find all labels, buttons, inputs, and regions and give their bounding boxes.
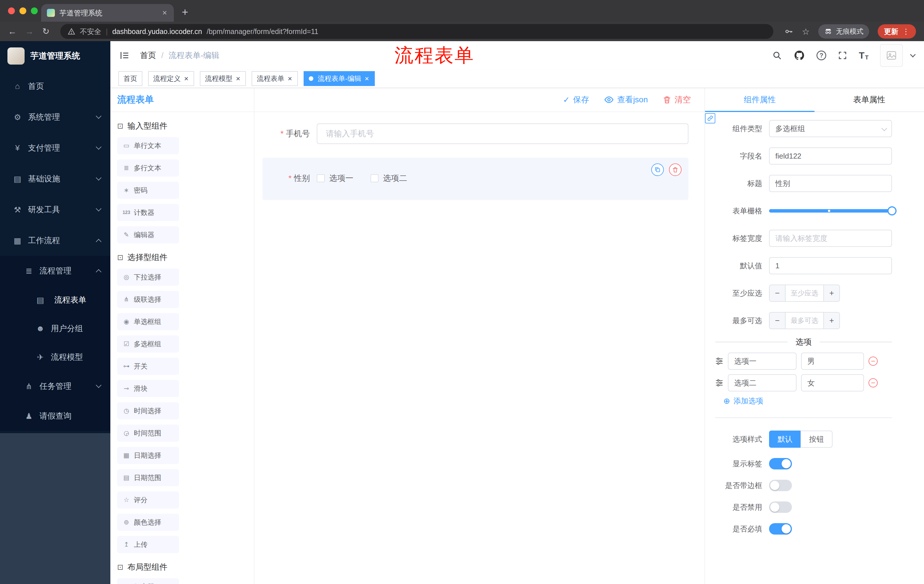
tag-3[interactable]: 流程表单× (252, 71, 298, 86)
help-icon[interactable]: ? (817, 51, 826, 60)
component-switch[interactable]: ⊶开关 (117, 358, 179, 375)
checkbox-box-icon[interactable] (317, 174, 325, 182)
sidebar-item-8[interactable]: ☻用户分组 (0, 314, 111, 343)
toggle-switch[interactable] (769, 502, 792, 513)
label-width-input[interactable] (769, 230, 892, 247)
tag-close-icon[interactable]: × (183, 75, 189, 82)
component-select[interactable]: ◎下拉选择 (117, 268, 179, 286)
style-button-button[interactable]: 按钮 (800, 431, 833, 448)
grid-slider[interactable] (769, 202, 892, 219)
browser-update-button[interactable]: 更新 ⋮ (878, 24, 916, 39)
field-name-input[interactable] (769, 147, 892, 165)
clear-button[interactable]: 清空 (663, 94, 691, 105)
field-phone[interactable]: 手机号 (262, 123, 688, 144)
toggle-switch[interactable] (769, 480, 792, 491)
component-radio-group[interactable]: ◉单选框组 (117, 313, 179, 330)
font-size-icon[interactable]: TT (859, 50, 868, 61)
security-label[interactable]: 不安全 (80, 27, 101, 36)
checkbox-box-icon[interactable] (371, 174, 378, 182)
sidebar-logo[interactable]: 芋道管理系统 (0, 41, 111, 71)
tab-close-icon[interactable]: × (161, 8, 168, 17)
component-single-text[interactable]: ▭单行文本 (117, 137, 179, 154)
sidebar-item-9[interactable]: ✈流程模型 (0, 343, 111, 372)
sidebar-item-2[interactable]: ¥支付管理 (0, 133, 111, 163)
github-icon[interactable] (794, 50, 805, 61)
forward-icon[interactable]: → (25, 27, 34, 36)
minimize-window-button[interactable] (20, 7, 26, 14)
component-time[interactable]: ◷时间选择 (117, 402, 179, 419)
reload-icon[interactable]: ↻ (42, 27, 50, 36)
tag-close-icon[interactable]: × (287, 75, 292, 82)
search-icon[interactable] (772, 50, 782, 61)
title-input[interactable] (769, 175, 892, 192)
avatar[interactable] (880, 44, 903, 67)
add-option-button[interactable]: ⊕ 添加选项 (723, 396, 892, 406)
toggle-switch[interactable] (769, 523, 792, 535)
tag-close-icon[interactable]: × (364, 75, 370, 82)
component-password[interactable]: ∗密码 (117, 182, 179, 199)
tag-0[interactable]: 首页 (118, 71, 142, 86)
sidebar-item-1[interactable]: ⚙系统管理 (0, 102, 111, 133)
key-icon[interactable] (784, 27, 794, 36)
copy-field-button[interactable] (651, 163, 664, 176)
avatar-caret-icon[interactable] (910, 52, 916, 58)
drag-handle-icon[interactable] (715, 379, 723, 387)
component-multi-text[interactable]: ≣多行文本 (117, 160, 179, 176)
sidebar-item-5[interactable]: ▦工作流程 (0, 225, 111, 256)
remove-option-icon[interactable]: − (868, 357, 878, 366)
back-icon[interactable]: ← (8, 27, 16, 36)
component-date-range[interactable]: ▤日期范围 (117, 469, 179, 486)
maximize-window-button[interactable] (31, 7, 38, 14)
component-time-range[interactable]: ◶时间范围 (117, 424, 179, 442)
new-tab-button[interactable]: + (182, 6, 188, 18)
sidebar-item-0[interactable]: ⌂首页 (0, 71, 111, 102)
canvas-checkbox-0[interactable]: 选项一 (317, 173, 353, 184)
component-checkbox-group[interactable]: ☑多选框组 (117, 336, 179, 352)
style-default-button[interactable]: 默认 (769, 431, 800, 448)
component-row-container[interactable]: ▣行容器 (117, 578, 179, 584)
component-date[interactable]: ▦日期选择 (117, 447, 179, 464)
sidebar-item-7[interactable]: ▤流程表单 (0, 286, 111, 314)
tab-component-props[interactable]: 组件属性 (705, 88, 815, 112)
view-json-button[interactable]: 查看json (604, 94, 648, 105)
bookmark-star-icon[interactable]: ☆ (802, 26, 810, 36)
delete-field-button[interactable] (669, 163, 681, 176)
component-editor[interactable]: ✎编辑器 (117, 226, 179, 243)
option-value-input[interactable] (801, 374, 864, 392)
sidebar-item-11[interactable]: ♟请假查询 (0, 401, 111, 431)
option-label-input[interactable] (728, 352, 797, 370)
tag-4[interactable]: 流程表单-编辑× (304, 71, 375, 86)
component-upload[interactable]: ↥上传 (117, 536, 179, 553)
tag-2[interactable]: 流程模型× (200, 71, 246, 86)
sidebar-item-6[interactable]: ≣流程管理 (0, 256, 111, 286)
fullscreen-icon[interactable] (838, 51, 847, 60)
option-label-input[interactable] (728, 374, 797, 392)
save-button[interactable]: ✓保存 (563, 94, 589, 105)
url-bar[interactable]: 不安全 | dashboard.yudao.iocoder.cn/bpm/man… (60, 24, 773, 39)
increase-button[interactable]: + (823, 313, 839, 329)
breadcrumb-home[interactable]: 首页 (140, 50, 156, 61)
sidebar-item-10[interactable]: ⋔任务管理 (0, 372, 111, 401)
link-icon-button[interactable] (705, 113, 715, 123)
component-counter[interactable]: 123计数器 (117, 204, 179, 221)
decrease-button[interactable]: − (770, 313, 785, 329)
remove-option-icon[interactable]: − (868, 378, 878, 387)
tab-form-props[interactable]: 表单属性 (815, 88, 924, 112)
increase-button[interactable]: + (823, 285, 839, 301)
component-color[interactable]: ⊚颜色选择 (117, 514, 179, 531)
canvas-checkbox-1[interactable]: 选项二 (371, 173, 407, 184)
component-type-select[interactable] (769, 120, 892, 137)
tag-close-icon[interactable]: × (235, 75, 241, 82)
component-slider[interactable]: ⊸滑块 (117, 380, 179, 397)
collapse-menu-icon[interactable] (119, 50, 130, 61)
tag-1[interactable]: 流程定义× (148, 71, 194, 86)
close-window-button[interactable] (8, 7, 15, 14)
browser-menu-icon[interactable]: ⋮ (902, 27, 910, 36)
component-cascader[interactable]: ⋔级联选择 (117, 291, 179, 308)
browser-tab[interactable]: 芋道管理系统 × (41, 4, 174, 22)
min-select-value[interactable]: 至少应选 (785, 285, 823, 301)
component-rate[interactable]: ☆评分 (117, 492, 179, 508)
sidebar-item-3[interactable]: ▤基础设施 (0, 163, 111, 194)
option-value-input[interactable] (801, 352, 864, 370)
default-value-input[interactable] (769, 257, 892, 274)
